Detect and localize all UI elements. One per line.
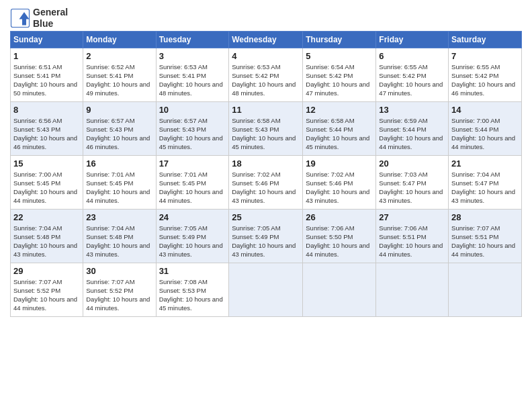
day-number: 16 xyxy=(86,158,152,169)
day-info: Sunrise: 6:59 AM Sunset: 5:44 PM Dayligh… xyxy=(379,116,445,152)
day-info: Sunrise: 7:04 AM Sunset: 5:48 PM Dayligh… xyxy=(86,224,152,259)
header-saturday: Saturday xyxy=(449,31,522,48)
day-number: 19 xyxy=(306,158,373,169)
day-cell-21: 21 Sunrise: 7:04 AM Sunset: 5:47 PM Dayl… xyxy=(449,155,522,209)
day-cell-8: 8 Sunrise: 6:56 AM Sunset: 5:43 PM Dayli… xyxy=(11,101,83,155)
day-info: Sunrise: 7:07 AM Sunset: 5:52 PM Dayligh… xyxy=(13,277,80,313)
day-number: 7 xyxy=(451,51,519,61)
day-cell-23: 23 Sunrise: 7:04 AM Sunset: 5:48 PM Dayl… xyxy=(83,209,156,263)
weekday-header-row: Sunday Monday Tuesday Wednesday Thursday… xyxy=(11,31,522,48)
day-number: 4 xyxy=(232,51,300,61)
day-info: Sunrise: 7:04 AM Sunset: 5:48 PM Dayligh… xyxy=(13,224,80,259)
day-cell-20: 20 Sunrise: 7:03 AM Sunset: 5:47 PM Dayl… xyxy=(376,155,449,209)
day-info: Sunrise: 6:58 AM Sunset: 5:44 PM Dayligh… xyxy=(306,116,373,152)
day-info: Sunrise: 6:58 AM Sunset: 5:43 PM Dayligh… xyxy=(232,116,300,152)
empty-cell xyxy=(229,263,303,316)
day-number: 15 xyxy=(13,158,80,169)
day-number: 27 xyxy=(379,212,445,222)
day-number: 13 xyxy=(379,105,445,115)
day-cell-15: 15 Sunrise: 7:00 AM Sunset: 5:45 PM Dayl… xyxy=(11,155,83,209)
day-number: 10 xyxy=(159,105,226,115)
day-cell-6: 6 Sunrise: 6:55 AM Sunset: 5:42 PM Dayli… xyxy=(376,48,449,101)
day-info: Sunrise: 7:04 AM Sunset: 5:47 PM Dayligh… xyxy=(451,170,519,205)
day-number: 22 xyxy=(13,212,80,222)
day-number: 21 xyxy=(451,158,519,169)
day-cell-11: 11 Sunrise: 6:58 AM Sunset: 5:43 PM Dayl… xyxy=(229,101,303,155)
day-info: Sunrise: 7:08 AM Sunset: 5:53 PM Dayligh… xyxy=(159,277,226,313)
day-cell-1: 1 Sunrise: 6:51 AM Sunset: 5:41 PM Dayli… xyxy=(11,48,83,101)
day-number: 1 xyxy=(13,51,80,61)
header-monday: Monday xyxy=(83,31,156,48)
day-cell-2: 2 Sunrise: 6:52 AM Sunset: 5:41 PM Dayli… xyxy=(83,48,156,101)
day-cell-24: 24 Sunrise: 7:05 AM Sunset: 5:49 PM Dayl… xyxy=(156,209,229,263)
logo: General Blue xyxy=(10,7,68,30)
day-number: 14 xyxy=(451,105,519,115)
day-info: Sunrise: 7:07 AM Sunset: 5:51 PM Dayligh… xyxy=(451,224,519,259)
day-info: Sunrise: 6:55 AM Sunset: 5:42 PM Dayligh… xyxy=(451,62,519,98)
day-number: 26 xyxy=(306,212,373,222)
day-cell-16: 16 Sunrise: 7:01 AM Sunset: 5:45 PM Dayl… xyxy=(83,155,156,209)
day-info: Sunrise: 7:02 AM Sunset: 5:46 PM Dayligh… xyxy=(306,170,373,205)
day-info: Sunrise: 7:01 AM Sunset: 5:45 PM Dayligh… xyxy=(86,170,152,205)
empty-cell xyxy=(303,263,376,316)
day-number: 9 xyxy=(86,105,152,115)
day-cell-7: 7 Sunrise: 6:55 AM Sunset: 5:42 PM Dayli… xyxy=(449,48,522,101)
day-number: 20 xyxy=(379,158,445,169)
day-cell-31: 31 Sunrise: 7:08 AM Sunset: 5:53 PM Dayl… xyxy=(156,263,229,316)
day-cell-3: 3 Sunrise: 6:53 AM Sunset: 5:41 PM Dayli… xyxy=(156,48,229,101)
day-cell-22: 22 Sunrise: 7:04 AM Sunset: 5:48 PM Dayl… xyxy=(11,209,83,263)
day-info: Sunrise: 6:57 AM Sunset: 5:43 PM Dayligh… xyxy=(159,116,226,152)
day-info: Sunrise: 7:05 AM Sunset: 5:49 PM Dayligh… xyxy=(159,224,226,259)
day-number: 2 xyxy=(86,51,152,61)
day-number: 24 xyxy=(159,212,226,222)
day-number: 5 xyxy=(306,51,373,61)
day-info: Sunrise: 7:03 AM Sunset: 5:47 PM Dayligh… xyxy=(379,170,445,205)
week-row-2: 8 Sunrise: 6:56 AM Sunset: 5:43 PM Dayli… xyxy=(11,101,522,155)
day-number: 6 xyxy=(379,51,445,61)
day-info: Sunrise: 7:01 AM Sunset: 5:45 PM Dayligh… xyxy=(159,170,226,205)
day-number: 23 xyxy=(86,212,152,222)
day-info: Sunrise: 7:00 AM Sunset: 5:44 PM Dayligh… xyxy=(451,116,519,152)
day-number: 25 xyxy=(232,212,300,222)
day-info: Sunrise: 6:54 AM Sunset: 5:42 PM Dayligh… xyxy=(306,62,373,98)
header-sunday: Sunday xyxy=(11,31,83,48)
day-cell-27: 27 Sunrise: 7:06 AM Sunset: 5:51 PM Dayl… xyxy=(376,209,449,263)
day-info: Sunrise: 6:53 AM Sunset: 5:42 PM Dayligh… xyxy=(232,62,300,98)
week-row-5: 29 Sunrise: 7:07 AM Sunset: 5:52 PM Dayl… xyxy=(11,263,522,316)
day-number: 28 xyxy=(451,212,519,222)
day-cell-26: 26 Sunrise: 7:06 AM Sunset: 5:50 PM Dayl… xyxy=(303,209,376,263)
day-cell-9: 9 Sunrise: 6:57 AM Sunset: 5:43 PM Dayli… xyxy=(83,101,156,155)
logo-text: General Blue xyxy=(33,7,68,30)
day-number: 29 xyxy=(13,266,80,276)
day-cell-18: 18 Sunrise: 7:02 AM Sunset: 5:46 PM Dayl… xyxy=(229,155,303,209)
day-info: Sunrise: 6:55 AM Sunset: 5:42 PM Dayligh… xyxy=(379,62,445,98)
day-info: Sunrise: 7:07 AM Sunset: 5:52 PM Dayligh… xyxy=(86,277,152,313)
day-info: Sunrise: 6:56 AM Sunset: 5:43 PM Dayligh… xyxy=(13,116,80,152)
day-number: 11 xyxy=(232,105,300,115)
day-info: Sunrise: 6:52 AM Sunset: 5:41 PM Dayligh… xyxy=(86,62,152,98)
day-info: Sunrise: 6:57 AM Sunset: 5:43 PM Dayligh… xyxy=(86,116,152,152)
day-cell-17: 17 Sunrise: 7:01 AM Sunset: 5:45 PM Dayl… xyxy=(156,155,229,209)
day-cell-5: 5 Sunrise: 6:54 AM Sunset: 5:42 PM Dayli… xyxy=(303,48,376,101)
day-number: 18 xyxy=(232,158,300,169)
header-tuesday: Tuesday xyxy=(156,31,229,48)
day-cell-19: 19 Sunrise: 7:02 AM Sunset: 5:46 PM Dayl… xyxy=(303,155,376,209)
header-row: General Blue xyxy=(10,7,522,30)
day-cell-12: 12 Sunrise: 6:58 AM Sunset: 5:44 PM Dayl… xyxy=(303,101,376,155)
day-info: Sunrise: 7:05 AM Sunset: 5:49 PM Dayligh… xyxy=(232,224,300,259)
empty-cell xyxy=(376,263,449,316)
header-thursday: Thursday xyxy=(303,31,376,48)
week-row-1: 1 Sunrise: 6:51 AM Sunset: 5:41 PM Dayli… xyxy=(11,48,522,101)
page-container: General Blue Sunday Monday Tuesday Wedne… xyxy=(0,0,532,324)
week-row-3: 15 Sunrise: 7:00 AM Sunset: 5:45 PM Dayl… xyxy=(11,155,522,209)
day-cell-25: 25 Sunrise: 7:05 AM Sunset: 5:49 PM Dayl… xyxy=(229,209,303,263)
day-cell-30: 30 Sunrise: 7:07 AM Sunset: 5:52 PM Dayl… xyxy=(83,263,156,316)
day-info: Sunrise: 7:02 AM Sunset: 5:46 PM Dayligh… xyxy=(232,170,300,205)
day-info: Sunrise: 6:53 AM Sunset: 5:41 PM Dayligh… xyxy=(159,62,226,98)
header-wednesday: Wednesday xyxy=(229,31,303,48)
day-cell-28: 28 Sunrise: 7:07 AM Sunset: 5:51 PM Dayl… xyxy=(449,209,522,263)
day-cell-29: 29 Sunrise: 7:07 AM Sunset: 5:52 PM Dayl… xyxy=(11,263,83,316)
day-info: Sunrise: 7:06 AM Sunset: 5:51 PM Dayligh… xyxy=(379,224,445,259)
day-cell-13: 13 Sunrise: 6:59 AM Sunset: 5:44 PM Dayl… xyxy=(376,101,449,155)
day-info: Sunrise: 7:00 AM Sunset: 5:45 PM Dayligh… xyxy=(13,170,80,205)
